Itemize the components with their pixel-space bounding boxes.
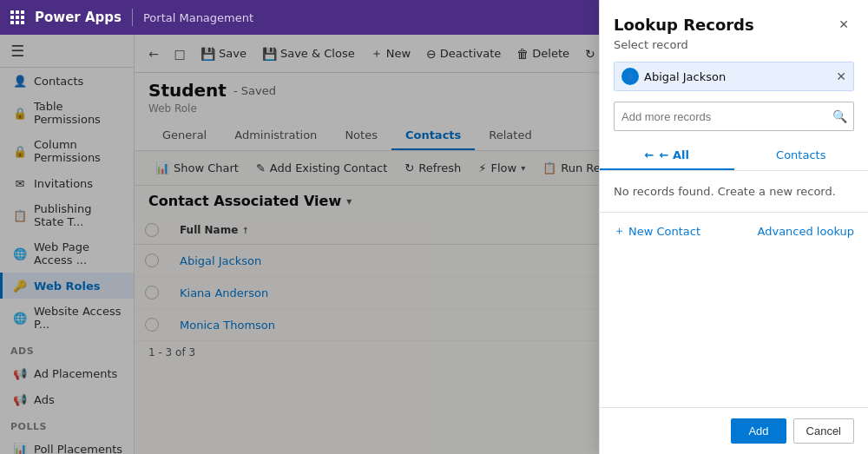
tag-name: Abigal Jackson: [644, 70, 831, 83]
plus-icon: ＋: [614, 223, 625, 239]
add-button[interactable]: Add: [731, 418, 786, 444]
advanced-lookup-link[interactable]: Advanced lookup: [758, 225, 854, 238]
lookup-close-button[interactable]: ✕: [833, 14, 854, 35]
person-icon: 👤: [621, 68, 639, 85]
lookup-panel: Lookup Records ✕ Select record 👤 Abigal …: [599, 0, 868, 454]
tag-remove-button[interactable]: ✕: [836, 69, 846, 83]
app-grid-icon[interactable]: [10, 10, 24, 24]
lookup-search-button[interactable]: 🔍: [825, 102, 853, 130]
lookup-tab-all[interactable]: ← ← All: [600, 141, 734, 170]
new-contact-link[interactable]: ＋ New Contact: [614, 223, 700, 239]
selected-record-tag: 👤 Abigal Jackson ✕: [614, 62, 854, 91]
back-arrow-icon: ←: [645, 148, 654, 161]
lookup-search-wrapper: 🔍: [614, 102, 854, 131]
lookup-subtitle: Select record: [600, 38, 868, 62]
lookup-search-input[interactable]: [615, 105, 825, 128]
lookup-tab-contacts[interactable]: Contacts: [734, 141, 869, 170]
lookup-no-records: No records found. Create a new record.: [600, 171, 868, 212]
topbar-separator: [132, 9, 133, 26]
cancel-button[interactable]: Cancel: [793, 418, 854, 444]
portal-name: Portal Management: [143, 11, 253, 24]
lookup-header: Lookup Records ✕: [600, 0, 868, 38]
lookup-title: Lookup Records: [614, 16, 754, 34]
app-name: Power Apps: [35, 10, 122, 25]
lookup-actions: ＋ New Contact Advanced lookup: [600, 212, 868, 249]
lookup-tabs: ← ← All Contacts: [600, 141, 868, 171]
lookup-footer: Add Cancel: [600, 407, 868, 454]
